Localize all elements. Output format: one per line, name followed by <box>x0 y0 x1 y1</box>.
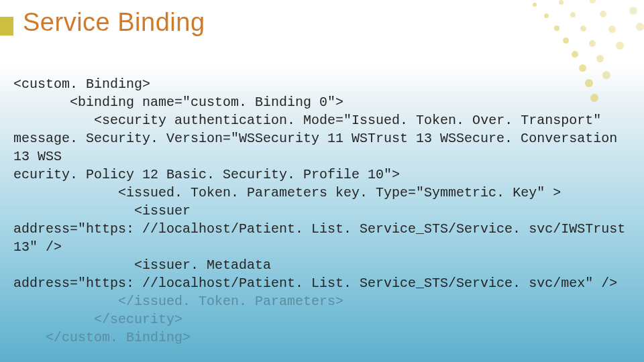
code-line: address="https: //localhost/Patient. Lis… <box>13 221 625 237</box>
code-line: <issued. Token. Parameters key. Type="Sy… <box>13 185 561 200</box>
code-line: <custom. Binding> <box>13 76 150 92</box>
code-line: </issued. Token. Parameters> <box>13 294 343 309</box>
code-line: 13" /> <box>13 239 62 255</box>
title-accent-bar <box>0 17 13 36</box>
code-line: <binding name="custom. Binding 0"> <box>13 95 343 110</box>
code-line: message. Security. Version="WSSecurity 1… <box>13 131 625 164</box>
slide-title: Service Binding <box>23 8 205 37</box>
code-line: <issuer <box>13 203 191 219</box>
code-line: </custom. Binding> <box>13 330 191 345</box>
code-line: ecurity. Policy 12 Basic. Security. Prof… <box>13 167 400 182</box>
slide-title-wrap: Service Binding <box>23 8 205 37</box>
code-line: <security authentication. Mode="Issued. … <box>13 113 601 128</box>
code-line: </security> <box>13 312 182 327</box>
code-line: <issuer. Metadata <box>13 257 271 273</box>
code-line: address="https: //localhost/Patient. Lis… <box>13 276 617 291</box>
code-block: <custom. Binding> <binding name="custom.… <box>13 75 633 347</box>
